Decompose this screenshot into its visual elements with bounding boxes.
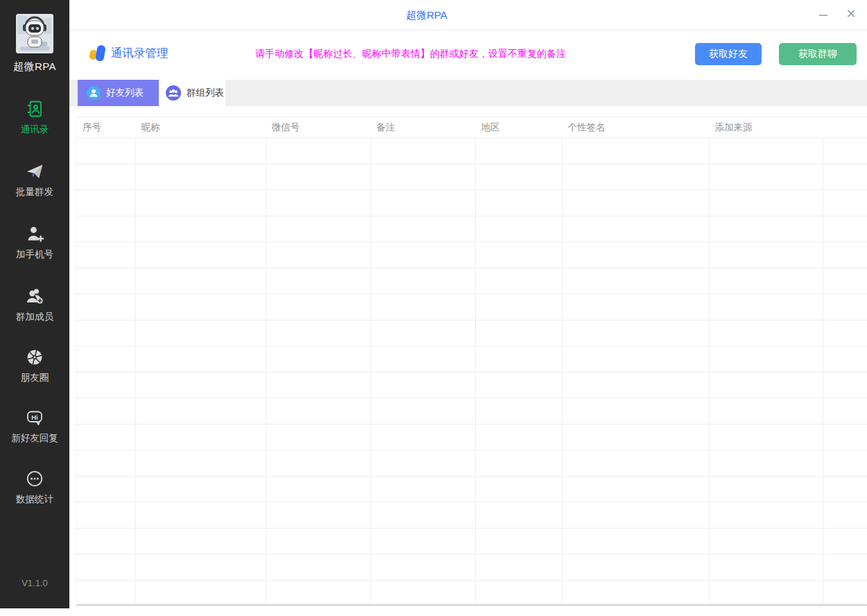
table-cell: [136, 502, 266, 529]
sidebar-item-label: 数据统计: [0, 493, 69, 506]
table-cell: [371, 372, 476, 398]
table-cell: [371, 138, 476, 164]
table-header-row: 序号昵称微信号备注地区个性签名添加来源: [77, 117, 867, 138]
table-cell: [266, 190, 371, 216]
sidebar-item-moments[interactable]: 朋友圈: [0, 348, 69, 384]
page-header: 通讯录管理 请手动修改【昵称过长、昵称中带表情】的群或好友，设置不重复的备注 获…: [69, 31, 867, 76]
table-cell: [136, 424, 266, 450]
table-cell: [710, 216, 823, 242]
horizontal-scrollbar[interactable]: [76, 604, 867, 606]
sidebar-item-add-phone[interactable]: 加手机号: [0, 224, 69, 261]
brand-name: 超微RPA: [0, 60, 69, 74]
table-cell: [563, 320, 710, 346]
get-groups-button[interactable]: 获取群聊: [779, 43, 857, 65]
table-cell: [136, 476, 266, 502]
close-button[interactable]: ✕: [841, 0, 861, 30]
column-header: 备注: [371, 117, 476, 138]
table-cell: [823, 450, 867, 477]
table-cell: [476, 216, 563, 242]
table-cell: [823, 424, 867, 450]
table-cell: [563, 528, 710, 554]
group-add-icon: [0, 286, 69, 307]
table-cell: [823, 372, 867, 398]
person-add-icon: [0, 224, 69, 245]
table-cell: [136, 294, 266, 320]
table-cell: [136, 528, 266, 554]
tab-group-list[interactable]: 群组列表: [159, 80, 225, 106]
table-cell: [476, 502, 563, 529]
table-cell: [823, 580, 867, 606]
table-cell: [371, 580, 476, 606]
table-cell: [77, 190, 136, 216]
table-cell: [563, 554, 710, 581]
table-cell: [266, 320, 371, 346]
table-cell: [476, 372, 563, 398]
table-cell: [710, 424, 823, 450]
sidebar-item-group-add-member[interactable]: 群加成员: [0, 286, 69, 323]
table-cell: [266, 216, 371, 242]
table-cell: [136, 372, 266, 398]
table-cell: [710, 242, 823, 268]
table-cell: [563, 242, 710, 268]
table-cell: [710, 346, 823, 373]
table-cell: [563, 216, 710, 242]
table-row: [77, 190, 867, 216]
table-cell: [77, 450, 136, 477]
table-cell: [266, 398, 371, 425]
sidebar-item-new-friend-reply[interactable]: Hi 新好友回复: [0, 408, 69, 445]
table-row: [77, 372, 867, 398]
table-row: [77, 164, 867, 190]
sidebar-item-label: 朋友圈: [0, 372, 69, 384]
table-cell: [266, 164, 371, 190]
column-header: 地区: [476, 117, 563, 138]
table-row: [77, 268, 867, 294]
table-cell: [77, 424, 136, 450]
table-cell: [823, 346, 867, 373]
column-header: 微信号: [266, 117, 371, 138]
table-cell: [136, 450, 266, 477]
group-people-icon: [166, 85, 181, 101]
table-row: [77, 242, 867, 268]
table-row: [77, 216, 867, 242]
table-cell: [476, 268, 563, 294]
table-cell: [371, 346, 476, 373]
sidebar-item-statistics[interactable]: 数据统计: [0, 469, 69, 506]
table-cell: [77, 476, 136, 502]
contacts-manage-icon: [87, 42, 108, 63]
table-row: [77, 346, 867, 373]
table-cell: [563, 580, 710, 606]
table-cell: [266, 476, 371, 502]
table-row: [77, 476, 867, 502]
app-logo: [16, 14, 53, 53]
get-friends-button[interactable]: 获取好友: [695, 43, 762, 65]
table-cell: [136, 398, 266, 425]
sidebar-item-batch-send[interactable]: 批量群发: [0, 162, 69, 198]
table-cell: [77, 138, 136, 164]
sidebar: 超微RPA 通讯录: [0, 0, 69, 608]
table-cell: [563, 138, 710, 164]
tab-bar: 好友列表 群组列表: [69, 80, 867, 106]
table-cell: [371, 242, 476, 268]
table-cell: [710, 190, 823, 216]
svg-text:Hi: Hi: [31, 413, 38, 421]
table-cell: [710, 294, 823, 320]
tab-friend-list[interactable]: 好友列表: [78, 80, 159, 106]
table-cell: [823, 268, 867, 294]
table-cell: [136, 580, 266, 606]
table-cell: [563, 424, 710, 450]
table-cell: [563, 398, 710, 425]
titlebar: 超微RPA – ✕: [69, 0, 867, 31]
table-cell: [266, 294, 371, 320]
table-cell: [710, 164, 823, 190]
table-cell: [476, 450, 563, 477]
table-cell: [710, 502, 823, 529]
minimize-button[interactable]: –: [813, 0, 834, 30]
table-cell: [136, 216, 266, 242]
tab-label: 好友列表: [106, 87, 144, 99]
table-cell: [563, 268, 710, 294]
sidebar-item-contacts[interactable]: 通讯录: [0, 99, 69, 136]
table-cell: [710, 268, 823, 294]
table-cell: [77, 242, 136, 268]
table-cell: [77, 320, 136, 346]
table-cell: [77, 372, 136, 398]
